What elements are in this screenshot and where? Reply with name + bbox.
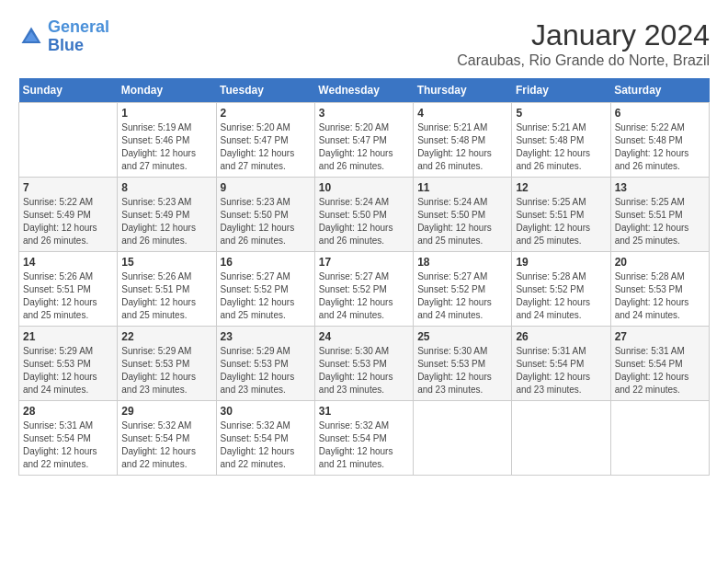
calendar-day-cell: 23Sunrise: 5:29 AM Sunset: 5:53 PM Dayli… <box>216 327 314 401</box>
day-info: Sunrise: 5:20 AM Sunset: 5:47 PM Dayligh… <box>221 121 311 173</box>
day-info: Sunrise: 5:28 AM Sunset: 5:52 PM Dayligh… <box>516 270 606 322</box>
calendar-day-cell <box>610 401 709 476</box>
calendar-day-cell: 29Sunrise: 5:32 AM Sunset: 5:54 PM Dayli… <box>118 401 216 476</box>
day-number: 27 <box>615 330 705 343</box>
day-info: Sunrise: 5:32 AM Sunset: 5:54 PM Dayligh… <box>221 419 311 471</box>
calendar-day-cell: 11Sunrise: 5:24 AM Sunset: 5:50 PM Dayli… <box>414 178 512 252</box>
day-number: 4 <box>417 107 507 120</box>
day-number: 22 <box>121 330 211 343</box>
day-info: Sunrise: 5:23 AM Sunset: 5:50 PM Dayligh… <box>221 196 311 247</box>
day-number: 16 <box>221 256 311 269</box>
day-info: Sunrise: 5:24 AM Sunset: 5:50 PM Dayligh… <box>417 196 507 247</box>
calendar-day-cell: 3Sunrise: 5:20 AM Sunset: 5:47 PM Daylig… <box>314 103 413 178</box>
calendar-day-cell: 19Sunrise: 5:28 AM Sunset: 5:52 PM Dayli… <box>512 252 610 327</box>
day-info: Sunrise: 5:26 AM Sunset: 5:51 PM Dayligh… <box>121 270 211 322</box>
calendar-day-cell: 22Sunrise: 5:29 AM Sunset: 5:53 PM Dayli… <box>118 327 216 401</box>
calendar-header-cell: Tuesday <box>216 78 314 103</box>
calendar-week-row: 21Sunrise: 5:29 AM Sunset: 5:53 PM Dayli… <box>19 327 710 401</box>
day-info: Sunrise: 5:27 AM Sunset: 5:52 PM Dayligh… <box>221 270 311 322</box>
calendar-day-cell <box>414 401 512 476</box>
calendar-week-row: 1Sunrise: 5:19 AM Sunset: 5:46 PM Daylig… <box>19 103 710 178</box>
day-number: 17 <box>319 256 409 269</box>
day-info: Sunrise: 5:32 AM Sunset: 5:54 PM Dayligh… <box>319 419 409 471</box>
day-info: Sunrise: 5:24 AM Sunset: 5:50 PM Dayligh… <box>319 196 409 247</box>
calendar-table: SundayMondayTuesdayWednesdayThursdayFrid… <box>18 78 710 476</box>
calendar-day-cell: 24Sunrise: 5:30 AM Sunset: 5:53 PM Dayli… <box>314 327 413 401</box>
calendar-header: SundayMondayTuesdayWednesdayThursdayFrid… <box>19 78 710 103</box>
day-number: 3 <box>319 107 409 120</box>
calendar-day-cell: 31Sunrise: 5:32 AM Sunset: 5:54 PM Dayli… <box>314 401 413 476</box>
day-info: Sunrise: 5:21 AM Sunset: 5:48 PM Dayligh… <box>516 121 606 173</box>
calendar-day-cell: 2Sunrise: 5:20 AM Sunset: 5:47 PM Daylig… <box>216 103 314 178</box>
calendar-day-cell: 27Sunrise: 5:31 AM Sunset: 5:54 PM Dayli… <box>610 327 709 401</box>
day-info: Sunrise: 5:22 AM Sunset: 5:49 PM Dayligh… <box>23 196 113 247</box>
day-number: 19 <box>516 256 606 269</box>
day-info: Sunrise: 5:25 AM Sunset: 5:51 PM Dayligh… <box>615 196 705 247</box>
calendar-day-cell: 1Sunrise: 5:19 AM Sunset: 5:46 PM Daylig… <box>118 103 216 178</box>
day-number: 9 <box>221 181 311 194</box>
calendar-day-cell: 13Sunrise: 5:25 AM Sunset: 5:51 PM Dayli… <box>610 178 709 252</box>
calendar-day-cell: 6Sunrise: 5:22 AM Sunset: 5:48 PM Daylig… <box>610 103 709 178</box>
day-number: 2 <box>221 107 311 120</box>
calendar-header-cell: Wednesday <box>314 78 413 103</box>
day-info: Sunrise: 5:27 AM Sunset: 5:52 PM Dayligh… <box>417 270 507 322</box>
day-info: Sunrise: 5:29 AM Sunset: 5:53 PM Dayligh… <box>221 345 311 396</box>
day-number: 5 <box>516 107 606 120</box>
day-number: 23 <box>221 330 311 343</box>
calendar-week-row: 28Sunrise: 5:31 AM Sunset: 5:54 PM Dayli… <box>19 401 710 476</box>
day-info: Sunrise: 5:32 AM Sunset: 5:54 PM Dayligh… <box>121 419 211 471</box>
calendar-day-cell: 25Sunrise: 5:30 AM Sunset: 5:53 PM Dayli… <box>414 327 512 401</box>
day-number: 20 <box>615 256 705 269</box>
day-info: Sunrise: 5:29 AM Sunset: 5:53 PM Dayligh… <box>121 345 211 396</box>
day-info: Sunrise: 5:25 AM Sunset: 5:51 PM Dayligh… <box>516 196 606 247</box>
calendar-day-cell: 28Sunrise: 5:31 AM Sunset: 5:54 PM Dayli… <box>19 401 118 476</box>
calendar-day-cell: 8Sunrise: 5:23 AM Sunset: 5:49 PM Daylig… <box>118 178 216 252</box>
day-info: Sunrise: 5:29 AM Sunset: 5:53 PM Dayligh… <box>23 345 113 396</box>
day-info: Sunrise: 5:22 AM Sunset: 5:48 PM Dayligh… <box>615 121 705 173</box>
day-number: 15 <box>121 256 211 269</box>
logo-icon <box>18 24 44 50</box>
day-info: Sunrise: 5:19 AM Sunset: 5:46 PM Dayligh… <box>121 121 211 173</box>
calendar-header-cell: Friday <box>512 78 610 103</box>
calendar-day-cell: 4Sunrise: 5:21 AM Sunset: 5:48 PM Daylig… <box>414 103 512 178</box>
calendar-header-cell: Thursday <box>414 78 512 103</box>
day-info: Sunrise: 5:31 AM Sunset: 5:54 PM Dayligh… <box>23 419 113 471</box>
day-number: 29 <box>121 405 211 418</box>
day-info: Sunrise: 5:30 AM Sunset: 5:53 PM Dayligh… <box>319 345 409 396</box>
day-number: 30 <box>221 405 311 418</box>
title-section: January 2024 Caraubas, Rio Grande do Nor… <box>457 18 710 69</box>
day-number: 21 <box>23 330 113 343</box>
calendar-day-cell: 14Sunrise: 5:26 AM Sunset: 5:51 PM Dayli… <box>19 252 118 327</box>
calendar-day-cell: 20Sunrise: 5:28 AM Sunset: 5:53 PM Dayli… <box>610 252 709 327</box>
calendar-day-cell: 26Sunrise: 5:31 AM Sunset: 5:54 PM Dayli… <box>512 327 610 401</box>
day-number: 1 <box>121 107 211 120</box>
calendar-header-cell: Sunday <box>19 78 118 103</box>
day-number: 12 <box>516 181 606 194</box>
calendar-day-cell: 17Sunrise: 5:27 AM Sunset: 5:52 PM Dayli… <box>314 252 413 327</box>
calendar-day-cell: 21Sunrise: 5:29 AM Sunset: 5:53 PM Dayli… <box>19 327 118 401</box>
calendar-week-row: 14Sunrise: 5:26 AM Sunset: 5:51 PM Dayli… <box>19 252 710 327</box>
logo: General Blue <box>18 18 109 55</box>
day-info: Sunrise: 5:31 AM Sunset: 5:54 PM Dayligh… <box>615 345 705 396</box>
day-info: Sunrise: 5:27 AM Sunset: 5:52 PM Dayligh… <box>319 270 409 322</box>
calendar-day-cell: 18Sunrise: 5:27 AM Sunset: 5:52 PM Dayli… <box>414 252 512 327</box>
logo-text: General Blue <box>48 18 109 55</box>
day-info: Sunrise: 5:31 AM Sunset: 5:54 PM Dayligh… <box>516 345 606 396</box>
day-number: 14 <box>23 256 113 269</box>
calendar-day-cell: 30Sunrise: 5:32 AM Sunset: 5:54 PM Dayli… <box>216 401 314 476</box>
calendar-day-cell: 15Sunrise: 5:26 AM Sunset: 5:51 PM Dayli… <box>118 252 216 327</box>
calendar-week-row: 7Sunrise: 5:22 AM Sunset: 5:49 PM Daylig… <box>19 178 710 252</box>
day-number: 28 <box>23 405 113 418</box>
subtitle: Caraubas, Rio Grande do Norte, Brazil <box>457 52 710 69</box>
day-number: 26 <box>516 330 606 343</box>
day-number: 25 <box>417 330 507 343</box>
day-number: 7 <box>23 181 113 194</box>
calendar-header-cell: Saturday <box>610 78 709 103</box>
day-number: 10 <box>319 181 409 194</box>
calendar-day-cell: 10Sunrise: 5:24 AM Sunset: 5:50 PM Dayli… <box>314 178 413 252</box>
day-number: 13 <box>615 181 705 194</box>
calendar-day-cell: 5Sunrise: 5:21 AM Sunset: 5:48 PM Daylig… <box>512 103 610 178</box>
day-number: 24 <box>319 330 409 343</box>
calendar-day-cell <box>512 401 610 476</box>
calendar-day-cell: 12Sunrise: 5:25 AM Sunset: 5:51 PM Dayli… <box>512 178 610 252</box>
